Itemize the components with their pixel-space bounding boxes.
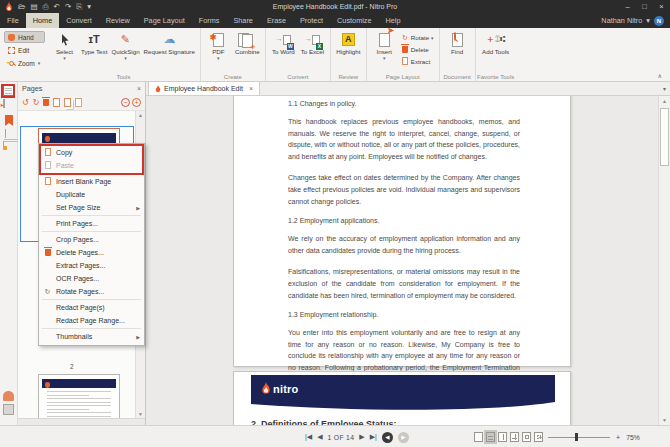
facing-continuous-view-icon[interactable]	[510, 432, 519, 442]
signatures-panel-icon[interactable]	[3, 99, 5, 108]
document-tab[interactable]: Employee Handbook Edit ×	[148, 81, 260, 95]
tab-review[interactable]: Review	[99, 13, 137, 28]
tab-share[interactable]: Share	[226, 13, 259, 28]
menu-item-delete-pages[interactable]: Delete Pages...	[39, 246, 144, 259]
paste-page-icon[interactable]	[75, 98, 82, 107]
delete-pages-button[interactable]: Delete	[401, 44, 434, 55]
copy-page-icon[interactable]	[64, 98, 71, 107]
menu-item-print-pages[interactable]: Print Pages...	[39, 217, 144, 230]
account-menu[interactable]: Nathan Nitro ▾ N	[601, 13, 670, 28]
delete-page-icon[interactable]	[43, 99, 49, 107]
copy-icon	[39, 148, 56, 157]
tab-erase[interactable]: Erase	[260, 13, 293, 28]
menu-item-set-page-size[interactable]: Set Page Size ▶	[39, 201, 144, 214]
tab-page-layout[interactable]: Page Layout	[137, 13, 192, 28]
doc-scroll-down-icon[interactable]: ▼	[659, 417, 670, 423]
zoom-out-icon[interactable]: −	[538, 434, 542, 441]
next-view-button[interactable]: ▶	[398, 432, 409, 443]
thumb-scroll-up-icon[interactable]: ▲	[136, 112, 145, 118]
page-indicator[interactable]: 1 OF 14	[328, 434, 355, 441]
zoom-in-icon[interactable]: +	[616, 434, 620, 441]
thumbnail-zoom-out-icon[interactable]: −	[121, 98, 130, 107]
edit-tool-button[interactable]: Edit	[4, 44, 45, 56]
select-button[interactable]: Select ▾	[50, 30, 79, 72]
request-signature-button[interactable]: ☁✎ Request Signature	[142, 30, 197, 72]
undo-icon[interactable]: ↶	[54, 0, 60, 13]
save-icon[interactable]: ▤	[31, 0, 38, 13]
zoom-tool-button[interactable]: Zoom ▾	[4, 57, 45, 69]
prev-page-icon[interactable]: ◀	[317, 433, 322, 441]
menu-item-copy[interactable]: Copy	[39, 146, 144, 159]
last-page-icon[interactable]: ▶|	[370, 433, 377, 441]
qat-customize-caret-icon[interactable]: ▾	[87, 0, 91, 13]
minimize-button[interactable]: –	[619, 0, 636, 13]
tab-convert[interactable]: Convert	[59, 13, 99, 28]
stamps-panel-icon[interactable]	[3, 391, 14, 401]
document-tab-close-icon[interactable]: ×	[249, 85, 253, 92]
nitro-logo-text: nitro	[273, 383, 298, 395]
doc-scroll-thumb[interactable]	[660, 108, 669, 166]
bookmarks-panel-icon[interactable]	[5, 115, 13, 126]
find-button[interactable]: Find	[443, 30, 472, 72]
document-scrollbar[interactable]: ▲ ▼	[658, 96, 670, 425]
continuous-view-icon[interactable]	[486, 432, 495, 442]
tab-list-caret-icon[interactable]: ▾	[663, 85, 666, 92]
fit-width-view-icon[interactable]	[522, 432, 531, 442]
menu-item-redact-page-range[interactable]: Redact Page Range...	[39, 314, 144, 327]
close-button[interactable]: ×	[653, 0, 670, 13]
menu-item-duplicate[interactable]: Duplicate	[39, 188, 144, 201]
thumb-scroll-down-icon[interactable]: ▼	[136, 411, 145, 417]
insert-page-icon[interactable]	[53, 98, 60, 107]
rotate-right-icon[interactable]: ↻	[33, 98, 40, 108]
pages-panel-close-icon[interactable]: ×	[137, 85, 141, 92]
highlight-button[interactable]: A Highlight	[334, 30, 363, 72]
zoom-slider-handle[interactable]	[575, 433, 578, 441]
tab-protect[interactable]: Protect	[293, 13, 330, 28]
thumbnail-zoom-in-icon[interactable]: +	[132, 98, 141, 107]
tab-home[interactable]: Home	[26, 13, 59, 28]
open-icon[interactable]: 🗁	[18, 0, 26, 13]
panel-resize-strip[interactable]	[18, 418, 145, 425]
menu-item-rotate-pages[interactable]: ↻ Rotate Pages...	[39, 285, 144, 298]
doc-scroll-up-icon[interactable]: ▲	[659, 98, 670, 104]
menu-item-extract-pages[interactable]: Extract Pages...	[39, 259, 144, 272]
first-page-icon[interactable]: |◀	[305, 433, 312, 441]
menu-item-crop-pages[interactable]: Crop Pages...	[39, 233, 144, 246]
menu-item-insert-blank-page[interactable]: Insert Blank Page	[39, 175, 144, 188]
print-icon[interactable]: ⎙	[43, 0, 49, 13]
rotate-pages-button[interactable]: ↻ Rotate ▾	[401, 32, 434, 43]
next-page-icon[interactable]: ▶	[359, 433, 364, 441]
tab-file[interactable]: File	[0, 13, 26, 28]
tab-customize[interactable]: Customize	[330, 13, 378, 28]
document-canvas[interactable]: 1.1 Changes in policy. This handbook rep…	[146, 96, 658, 425]
to-word-button[interactable]: →W To Word	[269, 30, 298, 72]
menu-item-paste[interactable]: Paste	[39, 159, 144, 172]
trash-icon	[39, 249, 56, 257]
extract-pages-button[interactable]: Extract	[401, 56, 434, 67]
zoom-percent[interactable]: 75%	[626, 434, 640, 441]
type-text-button[interactable]: ɪT Type Text	[79, 30, 109, 72]
insert-pages-button[interactable]: ➤ Insert ▾	[370, 30, 399, 72]
add-tools-button[interactable]: ＋⑄⑆ Add Tools	[479, 30, 513, 72]
attachments-panel-icon[interactable]	[3, 404, 14, 415]
menu-item-ocr-pages[interactable]: OCR Pages...	[39, 272, 144, 285]
zoom-slider[interactable]	[548, 437, 610, 438]
snapshot-icon[interactable]: ⎘	[76, 0, 82, 13]
facing-view-icon[interactable]	[498, 432, 507, 442]
avatar[interactable]: N	[654, 16, 664, 26]
create-pdf-button[interactable]: ✱ PDF ▾	[204, 30, 233, 72]
combine-button[interactable]: ＋ Combine	[233, 30, 262, 72]
redo-icon[interactable]: ↷	[65, 0, 71, 13]
menu-item-thumbnails[interactable]: Thumbnails ▶	[39, 330, 144, 343]
quicksign-button[interactable]: ✎ QuickSign ▾	[109, 30, 141, 72]
ribbon-collapse-icon[interactable]: ∧	[658, 72, 662, 79]
rotate-left-icon[interactable]: ↺	[22, 98, 29, 108]
single-page-view-icon[interactable]	[474, 432, 483, 442]
to-excel-button[interactable]: →X To Excel	[298, 30, 327, 72]
tab-forms[interactable]: Forms	[192, 13, 227, 28]
previous-view-button[interactable]: ◀	[382, 432, 393, 443]
menu-item-redact-pages[interactable]: Redact Page(s)	[39, 301, 144, 314]
maximize-button[interactable]: □	[636, 0, 653, 13]
hand-tool-button[interactable]: Hand	[4, 31, 45, 43]
pages-panel-icon[interactable]	[3, 85, 14, 96]
